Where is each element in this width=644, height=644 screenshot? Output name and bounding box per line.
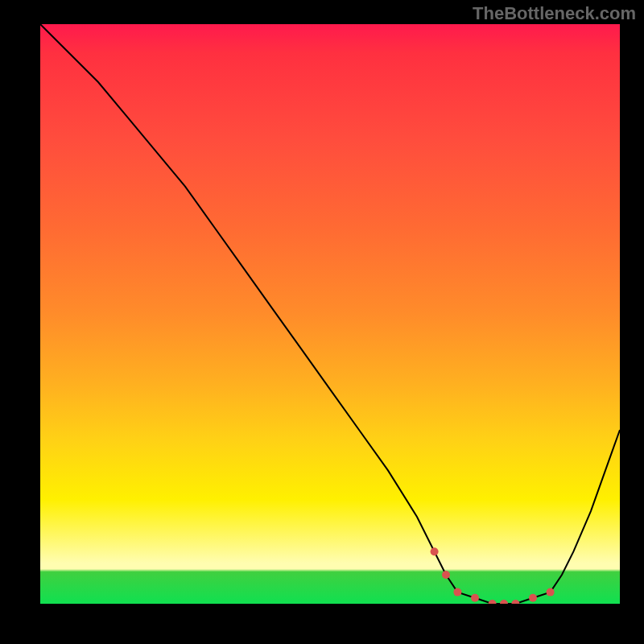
min-marker: [500, 600, 508, 604]
min-marker: [471, 594, 479, 602]
min-marker: [511, 600, 519, 604]
min-marker: [489, 600, 497, 604]
bottleneck-curve: [40, 24, 620, 604]
min-marker: [431, 547, 439, 555]
min-marker: [529, 594, 537, 602]
curve-svg: [40, 24, 620, 604]
attribution-label: TheBottleneck.com: [473, 3, 636, 24]
min-marker: [453, 588, 461, 597]
chart-root: TheBottleneck.com: [0, 0, 644, 644]
min-marker: [442, 571, 450, 579]
plot-area: [40, 24, 620, 604]
min-marker: [547, 588, 555, 597]
min-markers: [431, 547, 555, 604]
